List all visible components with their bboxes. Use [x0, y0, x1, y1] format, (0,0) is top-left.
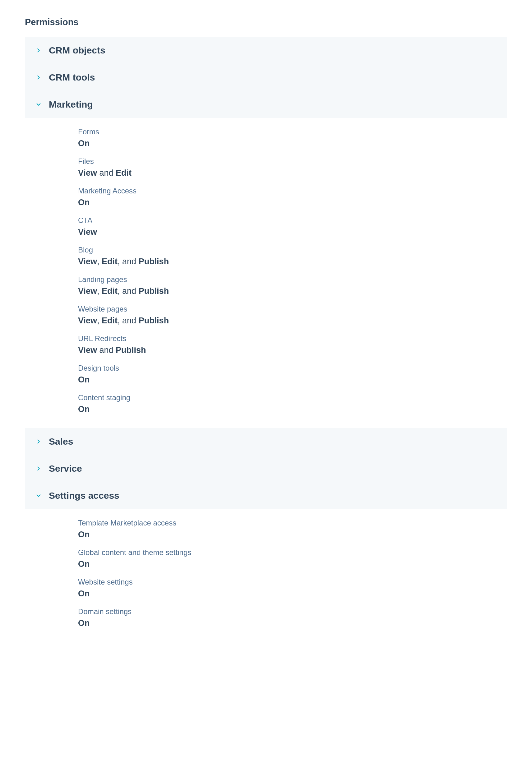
perm-label: Files: [78, 157, 507, 166]
perm-label: Domain settings: [78, 607, 507, 616]
perm-value: On: [78, 589, 507, 599]
perm-label: Global content and theme settings: [78, 548, 507, 557]
perm-value: On: [78, 618, 507, 628]
section-marketing[interactable]: Marketing: [25, 91, 507, 118]
perm-global-content: Global content and theme settings On: [78, 548, 507, 569]
chevron-down-icon: [36, 102, 41, 107]
page-title: Permissions: [25, 17, 507, 27]
perm-cta: CTA View: [78, 216, 507, 237]
perm-value: View, Edit, and Publish: [78, 316, 507, 326]
perm-label: Website pages: [78, 305, 507, 313]
section-title: Marketing: [49, 99, 93, 110]
perm-label: Forms: [78, 127, 507, 136]
permissions-accordion: CRM objects CRM tools Marketing Forms On: [25, 37, 507, 642]
chevron-right-icon: [36, 75, 41, 80]
chevron-right-icon: [36, 466, 41, 471]
perm-label: Design tools: [78, 364, 507, 372]
perm-template-marketplace: Template Marketplace access On: [78, 519, 507, 539]
perm-value: View and Edit: [78, 168, 507, 178]
perm-value: On: [78, 405, 507, 414]
perm-label: Blog: [78, 246, 507, 254]
perm-website-pages: Website pages View, Edit, and Publish: [78, 305, 507, 326]
perm-label: Content staging: [78, 393, 507, 402]
perm-files: Files View and Edit: [78, 157, 507, 178]
perm-label: Template Marketplace access: [78, 519, 507, 527]
chevron-down-icon: [36, 493, 41, 498]
perm-label: Marketing Access: [78, 187, 507, 195]
perm-label: Landing pages: [78, 275, 507, 284]
section-title: CRM objects: [49, 45, 105, 56]
section-crm-tools[interactable]: CRM tools: [25, 64, 507, 91]
section-sales[interactable]: Sales: [25, 428, 507, 455]
section-service[interactable]: Service: [25, 455, 507, 482]
chevron-right-icon: [36, 439, 41, 444]
chevron-right-icon: [36, 48, 41, 53]
perm-value: View: [78, 227, 507, 237]
perm-value: On: [78, 530, 507, 539]
perm-value: On: [78, 559, 507, 569]
perm-value: On: [78, 139, 507, 148]
perm-value: View, Edit, and Publish: [78, 257, 507, 266]
perm-value: On: [78, 198, 507, 207]
perm-design-tools: Design tools On: [78, 364, 507, 385]
section-title: Sales: [49, 436, 73, 447]
perm-domain-settings: Domain settings On: [78, 607, 507, 628]
section-title: Service: [49, 463, 82, 474]
perm-landing-pages: Landing pages View, Edit, and Publish: [78, 275, 507, 296]
perm-label: Website settings: [78, 578, 507, 586]
perm-value: On: [78, 375, 507, 385]
perm-label: CTA: [78, 216, 507, 225]
section-settings-access[interactable]: Settings access: [25, 482, 507, 509]
settings-panel: Template Marketplace access On Global co…: [25, 509, 507, 642]
perm-marketing-access: Marketing Access On: [78, 187, 507, 207]
section-title: CRM tools: [49, 72, 95, 83]
perm-website-settings: Website settings On: [78, 578, 507, 599]
perm-label: URL Redirects: [78, 334, 507, 343]
section-crm-objects[interactable]: CRM objects: [25, 37, 507, 64]
perm-forms: Forms On: [78, 127, 507, 148]
perm-content-staging: Content staging On: [78, 393, 507, 414]
perm-blog: Blog View, Edit, and Publish: [78, 246, 507, 266]
perm-value: View, Edit, and Publish: [78, 286, 507, 296]
section-title: Settings access: [49, 490, 119, 501]
perm-url-redirects: URL Redirects View and Publish: [78, 334, 507, 355]
perm-value: View and Publish: [78, 345, 507, 355]
marketing-panel: Forms On Files View and Edit Marketing A…: [25, 118, 507, 428]
